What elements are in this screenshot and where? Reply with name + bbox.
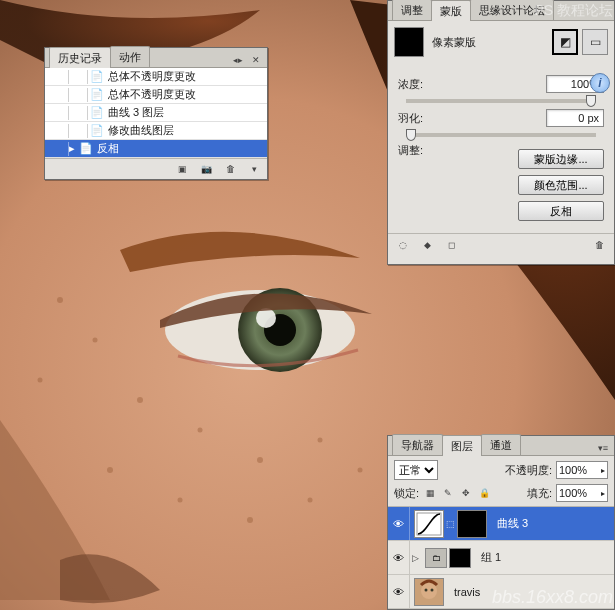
opacity-label: 不透明度: [505,463,552,478]
layers-panel: 导航器 图层 通道 ▾≡ 正常 不透明度: 100%▸ 锁定: ▦ ✎ ✥ 🔒 … [387,435,615,610]
apply-mask-icon[interactable]: ◆ [420,238,434,252]
svg-point-2 [238,288,322,372]
svg-point-8 [198,428,203,433]
history-label: 修改曲线图层 [108,123,174,138]
svg-point-11 [38,378,43,383]
lock-pixels-icon[interactable]: ✎ [441,486,455,500]
history-label: 反相 [97,141,119,156]
panel-menu-icon[interactable]: ▾ [247,162,261,176]
history-row[interactable]: 📄 总体不透明度更改 [45,86,267,104]
history-tabs: 历史记录 动作 ◂▸ ✕ [45,48,267,68]
lock-position-icon[interactable]: ✥ [459,486,473,500]
layer-mask-thumbnail[interactable] [449,548,471,568]
snapshot-icon[interactable]: 📷 [199,162,213,176]
info-icon[interactable]: i [590,73,610,93]
tab-channels[interactable]: 通道 [481,434,521,455]
link-icon[interactable]: ⬚ [446,519,455,529]
tab-layers[interactable]: 图层 [442,435,482,456]
tab-navigator[interactable]: 导航器 [392,434,443,455]
mask-type-label: 像素蒙版 [432,35,476,50]
history-row[interactable]: 📄 总体不透明度更改 [45,68,267,86]
tab-history[interactable]: 历史记录 [49,47,111,68]
lock-transparent-icon[interactable]: ▦ [423,486,437,500]
svg-point-15 [308,498,313,503]
curves-thumbnail[interactable] [414,510,444,538]
lock-all-icon[interactable]: 🔒 [477,486,491,500]
feather-label: 羽化: [398,111,446,126]
history-pointer-icon: ▸ [67,144,77,154]
fill-input[interactable]: 100%▸ [556,484,608,502]
layer-name[interactable]: 组 1 [475,550,614,565]
mask-edge-button[interactable]: 蒙版边缘... [518,149,604,169]
expand-toggle[interactable]: ▷ [410,553,421,563]
density-slider[interactable] [406,99,596,103]
tab-forum[interactable]: 思缘设计论坛 [470,0,554,20]
disable-mask-icon[interactable]: ◻ [444,238,458,252]
page-icon: 📄 [79,142,93,156]
feather-slider[interactable] [406,133,596,137]
svg-point-3 [264,314,296,346]
tab-adjustments[interactable]: 调整 [392,0,432,20]
visibility-toggle[interactable]: 👁 [388,507,410,540]
opacity-input[interactable]: 100%▸ [556,461,608,479]
collapse-icon[interactable]: ◂▸ [231,53,245,67]
pixel-mask-button[interactable]: ◩ [552,29,578,55]
blend-mode-select[interactable]: 正常 [394,460,438,480]
history-row[interactable]: ▸ 📄 反相 [45,140,267,158]
mask-thumbnail[interactable] [394,27,424,57]
invert-button[interactable]: 反相 [518,201,604,221]
history-label: 总体不透明度更改 [108,69,196,84]
mask-panel: 调整 蒙版 思缘设计论坛 像素蒙版 ◩ ▭ i 浓度: 100% 羽化: 0 p… [387,0,615,265]
layer-row[interactable]: 👁 ⬚ 曲线 3 [388,507,614,541]
color-range-button[interactable]: 颜色范围... [518,175,604,195]
svg-point-19 [421,583,437,599]
panel-menu-icon[interactable]: ▾≡ [596,441,610,455]
page-icon: 📄 [90,124,104,138]
layers-tabs: 导航器 图层 通道 ▾≡ [388,436,614,456]
layers-list: 👁 ⬚ 曲线 3 👁 ▷ 🗀 组 1 👁 [388,507,614,609]
density-label: 浓度: [398,77,446,92]
folder-icon: 🗀 [425,548,447,568]
trash-icon[interactable]: 🗑 [592,238,606,252]
history-row[interactable]: 📄 修改曲线图层 [45,122,267,140]
page-icon: 📄 [90,70,104,84]
layer-name[interactable]: 曲线 3 [491,516,614,531]
lock-label: 锁定: [394,486,419,501]
trash-icon[interactable]: 🗑 [223,162,237,176]
svg-point-9 [257,457,263,463]
vector-mask-button[interactable]: ▭ [582,29,608,55]
history-label: 曲线 3 图层 [108,105,164,120]
layer-row[interactable]: 👁 travis [388,575,614,609]
layer-row[interactable]: 👁 ▷ 🗀 组 1 [388,541,614,575]
fill-label: 填充: [527,486,552,501]
layer-thumbnail[interactable] [414,578,444,606]
history-label: 总体不透明度更改 [108,87,196,102]
svg-point-20 [425,588,428,591]
svg-point-21 [431,588,434,591]
tab-masks[interactable]: 蒙版 [431,0,471,21]
close-icon[interactable]: ✕ [249,53,263,67]
svg-point-5 [57,297,63,303]
mask-tabs: 调整 蒙版 思缘设计论坛 [388,1,614,21]
load-selection-icon[interactable]: ◌ [396,238,410,252]
svg-point-1 [165,290,355,370]
mask-footer: ◌ ◆ ◻ 🗑 [388,233,614,256]
history-row[interactable]: 📄 曲线 3 图层 [45,104,267,122]
svg-point-14 [247,517,253,523]
svg-point-16 [358,468,363,473]
visibility-toggle[interactable]: 👁 [388,541,410,574]
svg-point-6 [93,338,98,343]
page-icon: 📄 [90,106,104,120]
feather-input[interactable]: 0 px [546,109,604,127]
visibility-toggle[interactable]: 👁 [388,575,410,608]
svg-point-4 [256,308,276,328]
mask-header: 像素蒙版 ◩ ▭ [388,21,614,63]
history-list: 📄 总体不透明度更改 📄 总体不透明度更改 📄 曲线 3 图层 📄 修改曲线图层… [45,68,267,158]
new-doc-from-state-icon[interactable]: ▣ [175,162,189,176]
tab-actions[interactable]: 动作 [110,46,150,67]
svg-point-12 [107,467,113,473]
layer-name[interactable]: travis [448,586,614,598]
adjust-label: 调整: [398,143,446,158]
svg-point-13 [178,498,183,503]
layer-mask-thumbnail[interactable] [457,510,487,538]
